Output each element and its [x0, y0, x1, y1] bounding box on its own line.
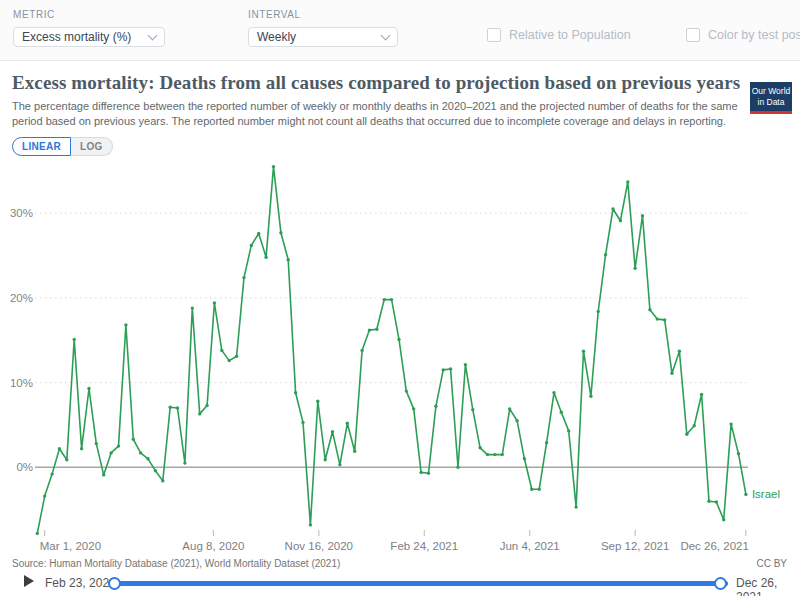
- interval-dropdown-value: Weekly: [257, 30, 296, 44]
- controls-bar: METRIC Excess mortality (%) INTERVAL Wee…: [0, 0, 800, 61]
- relative-to-population-label: Relative to Population: [509, 28, 631, 42]
- metric-dropdown-value: Excess mortality (%): [22, 30, 131, 44]
- x-axis: Mar 1, 2020Aug 8, 2020Nov 16, 2020Feb 24…: [40, 530, 749, 552]
- scale-toggle: LINEAR LOG: [12, 137, 113, 156]
- svg-text:30%: 30%: [10, 207, 33, 219]
- our-world-in-data-logo: Our World in Data: [750, 82, 792, 114]
- chart-subtitle: The percentage difference between the re…: [12, 99, 754, 128]
- svg-text:Mar 1, 2020: Mar 1, 2020: [40, 540, 101, 552]
- play-icon[interactable]: [24, 575, 34, 587]
- color-by-test-positivity-label: Color by test positivity: [708, 28, 800, 42]
- linear-button[interactable]: LINEAR: [12, 137, 71, 156]
- interval-dropdown[interactable]: Weekly: [248, 27, 398, 47]
- timeline-end-date: Dec 26, 2021: [736, 576, 800, 596]
- svg-text:10%: 10%: [10, 377, 33, 389]
- svg-text:Jun 4, 2021: Jun 4, 2021: [500, 540, 560, 552]
- timeline-end-handle[interactable]: [714, 577, 727, 590]
- data-points-israel: [36, 165, 748, 535]
- series-label-israel: Israel: [752, 488, 780, 500]
- svg-text:0%: 0%: [16, 461, 33, 473]
- metric-label: METRIC: [13, 9, 55, 20]
- relative-to-population-option[interactable]: Relative to Population: [487, 28, 631, 42]
- source-line: Source: Human Mortality Database (2021),…: [12, 558, 340, 569]
- timeline-start-date: Feb 23, 2020: [45, 576, 116, 590]
- data-line-israel: [37, 167, 746, 534]
- svg-text:Feb 24, 2021: Feb 24, 2021: [390, 540, 458, 552]
- svg-text:Sep 12, 2021: Sep 12, 2021: [601, 540, 669, 552]
- metric-dropdown[interactable]: Excess mortality (%): [13, 27, 165, 47]
- timeline-start-handle[interactable]: [108, 577, 121, 590]
- logo-text-line2: in Data: [758, 97, 785, 108]
- owid-explorer-window: METRIC Excess mortality (%) INTERVAL Wee…: [0, 0, 800, 596]
- color-by-test-positivity-checkbox[interactable]: [686, 28, 700, 42]
- chevron-down-icon: [381, 31, 391, 41]
- color-by-test-positivity-option[interactable]: Color by test positivity: [686, 28, 800, 42]
- log-button[interactable]: LOG: [71, 137, 113, 156]
- chevron-down-icon: [148, 31, 158, 41]
- interval-label: INTERVAL: [248, 9, 301, 20]
- svg-text:Dec 26, 2021: Dec 26, 2021: [680, 540, 748, 552]
- logo-text-line1: Our World: [752, 86, 791, 97]
- excess-mortality-chart: 0%10%20%30%Mar 1, 2020Aug 8, 2020Nov 16,…: [0, 160, 800, 556]
- svg-text:Aug 8, 2020: Aug 8, 2020: [182, 540, 244, 552]
- svg-text:20%: 20%: [10, 292, 33, 304]
- page-title: Excess mortality: Deaths from all causes…: [12, 72, 747, 94]
- license-badge[interactable]: CC BY: [756, 558, 787, 569]
- svg-text:Nov 16, 2020: Nov 16, 2020: [285, 540, 353, 552]
- timeline-slider[interactable]: [108, 581, 728, 586]
- relative-to-population-checkbox[interactable]: [487, 28, 501, 42]
